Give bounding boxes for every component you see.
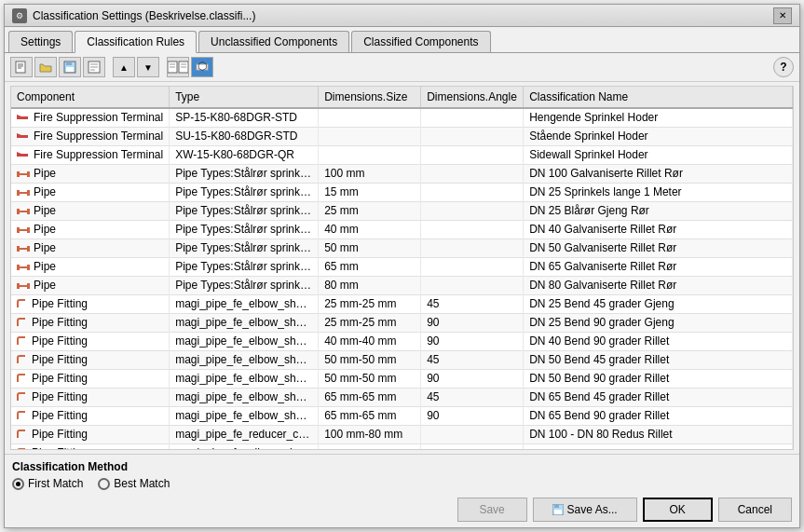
toolbar-btn-4[interactable] bbox=[83, 57, 105, 77]
cell-size: 65 mm-65 mm bbox=[319, 406, 421, 425]
cell-component: Pipe bbox=[11, 220, 170, 239]
cell-classname: DN 40 Bend 90 grader Rillet bbox=[524, 332, 793, 350]
cell-angle bbox=[421, 201, 524, 220]
row-icon bbox=[17, 373, 28, 386]
toolbar-btn-1[interactable] bbox=[10, 57, 33, 77]
col-header-type[interactable]: Type bbox=[170, 87, 319, 108]
cell-component: Pipe bbox=[11, 201, 170, 220]
svg-rect-6 bbox=[66, 67, 74, 72]
save-as-label: Save As... bbox=[567, 503, 618, 516]
svg-rect-38 bbox=[17, 246, 20, 252]
cell-size: 80 mm bbox=[319, 276, 421, 294]
cell-type: magi_pipe_fe_elbow_short... bbox=[170, 313, 319, 332]
row-icon bbox=[17, 261, 30, 274]
table-row[interactable]: Pipe Fitting magi_pipe_fe_elbow_short...… bbox=[11, 369, 793, 388]
table-row[interactable]: Pipe Pipe Types:Stålrør sprinkler 15 mm … bbox=[11, 183, 793, 201]
row-icon bbox=[17, 298, 28, 311]
toolbar-btn-3[interactable] bbox=[59, 57, 81, 77]
toolbar-btn-down[interactable]: ▼ bbox=[137, 57, 159, 77]
cell-classname: DN 65 Galvaniserte Rillet Rør bbox=[524, 257, 793, 276]
svg-rect-27 bbox=[27, 171, 30, 177]
tab-classification-rules[interactable]: Classification Rules bbox=[75, 31, 197, 53]
cell-type: magi_pipe_fe_elbow_short... bbox=[170, 388, 319, 406]
cell-type: Pipe Types:Stålrør sprinkler bbox=[170, 257, 319, 276]
table-row[interactable]: Pipe Fitting magi_pipe_fe_elbow_short...… bbox=[11, 350, 793, 369]
save-button[interactable]: Save bbox=[457, 498, 527, 522]
row-icon bbox=[17, 447, 28, 450]
title-bar-left: ⚙ Classification Settings (Beskrivelse.c… bbox=[12, 8, 255, 23]
save-as-button[interactable]: Save As... bbox=[533, 498, 637, 522]
cancel-button[interactable]: Cancel bbox=[718, 498, 792, 522]
table-row[interactable]: Pipe Fitting magi_pipe_fe_reducer_cen...… bbox=[11, 425, 793, 443]
cell-classname: DN 100 Galvaniserte Rillet Rør bbox=[524, 164, 793, 183]
svg-rect-44 bbox=[17, 283, 20, 289]
cell-size bbox=[319, 108, 421, 127]
cell-angle bbox=[421, 443, 524, 450]
cell-size: 25 mm-25 mm bbox=[319, 294, 421, 313]
toolbar-btn-5[interactable] bbox=[167, 57, 189, 77]
cell-component: Fire Suppression Terminal bbox=[11, 145, 170, 164]
cell-classname: DN 50 Bend 90 grader Rillet bbox=[524, 369, 793, 388]
cell-angle bbox=[421, 257, 524, 276]
cell-angle bbox=[421, 239, 524, 257]
table-row[interactable]: Pipe Fitting magi_pipe_fe_elbow_short...… bbox=[11, 388, 793, 406]
cell-component: Pipe bbox=[11, 183, 170, 201]
table-row[interactable]: Pipe Pipe Types:Stålrør sprinkler 50 mm … bbox=[11, 239, 793, 257]
table-row[interactable]: Fire Suppression Terminal SU-15-K80-68DG… bbox=[11, 127, 793, 145]
toolbar-btn-2[interactable] bbox=[34, 57, 57, 77]
cell-type: magi_pipe_fe_elbow_short... bbox=[170, 443, 319, 450]
radio-first-match-circle bbox=[12, 478, 24, 490]
data-table-container[interactable]: Component Type Dimensions.Size Dimension… bbox=[10, 86, 794, 450]
cell-component: Fire Suppression Terminal bbox=[11, 108, 170, 127]
ok-button[interactable]: OK bbox=[643, 498, 713, 522]
table-row[interactable]: Pipe Fitting magi_pipe_fe_elbow_short...… bbox=[11, 443, 793, 450]
table-row[interactable]: Pipe Pipe Types:Stålrør sprinkler 100 mm… bbox=[11, 164, 793, 183]
row-icon bbox=[17, 242, 30, 255]
cell-size: 65 mm-65 mm bbox=[319, 388, 421, 406]
row-icon bbox=[17, 168, 30, 181]
radio-best-match-circle bbox=[98, 478, 110, 490]
tab-unclassified-components[interactable]: Unclassified Components bbox=[198, 31, 349, 52]
tab-classified-components[interactable]: Classified Components bbox=[351, 31, 490, 52]
table-row[interactable]: Pipe Fitting magi_pipe_fe_elbow_short...… bbox=[11, 406, 793, 425]
row-icon bbox=[17, 186, 30, 199]
cell-component: Pipe Fitting bbox=[11, 406, 170, 425]
content-area: Component Type Dimensions.Size Dimension… bbox=[5, 82, 799, 527]
col-header-size[interactable]: Dimensions.Size bbox=[319, 87, 421, 108]
radio-first-match-label: First Match bbox=[28, 477, 83, 490]
cell-type: Pipe Types:Stålrør sprinkler bbox=[170, 276, 319, 294]
table-row[interactable]: Fire Suppression Terminal SP-15-K80-68DG… bbox=[11, 108, 793, 127]
svg-rect-29 bbox=[17, 190, 20, 196]
cell-size: 40 mm-40 mm bbox=[319, 332, 421, 350]
table-row[interactable]: Pipe Pipe Types:Stålrør sprinkler 40 mm … bbox=[11, 220, 793, 239]
table-row[interactable]: Pipe Pipe Types:Stålrør sprinkler 25 mm … bbox=[11, 201, 793, 220]
toolbar-btn-up[interactable]: ▲ bbox=[113, 57, 135, 77]
col-header-angle[interactable]: Dimensions.Angle bbox=[421, 87, 524, 108]
cell-classname: Hengende Sprinkel Hoder bbox=[524, 108, 793, 127]
cell-component: Pipe bbox=[11, 164, 170, 183]
help-button[interactable]: ? bbox=[773, 57, 794, 77]
cell-component: Pipe Fitting bbox=[11, 350, 170, 369]
cell-classname: DN 50 Galvaniserte Rillet Rør bbox=[524, 239, 793, 257]
col-header-component[interactable]: Component bbox=[11, 87, 170, 108]
svg-rect-41 bbox=[17, 265, 20, 270]
cell-classname: DN 25 Bend 45 grader Gjeng bbox=[524, 294, 793, 313]
toolbar-btn-6[interactable]: ⬡ bbox=[191, 57, 213, 77]
radio-best-match[interactable]: Best Match bbox=[98, 477, 170, 490]
table-row[interactable]: Pipe Fitting magi_pipe_fe_elbow_short...… bbox=[11, 313, 793, 332]
row-icon bbox=[17, 224, 30, 237]
cell-component: Pipe Fitting bbox=[11, 443, 170, 450]
tab-settings[interactable]: Settings bbox=[8, 31, 73, 52]
radio-first-match[interactable]: First Match bbox=[12, 477, 83, 490]
row-icon bbox=[17, 205, 30, 218]
table-row[interactable]: Pipe Fitting magi_pipe_fe_elbow_short...… bbox=[11, 332, 793, 350]
cell-size: 40 mm bbox=[319, 220, 421, 239]
table-row[interactable]: Fire Suppression Terminal XW-15-K80-68DG… bbox=[11, 145, 793, 164]
close-button[interactable]: ✕ bbox=[773, 7, 792, 24]
cell-classname: Stående Sprinkel Hoder bbox=[524, 127, 793, 145]
cell-angle: 45 bbox=[421, 294, 524, 313]
table-row[interactable]: Pipe Pipe Types:Stålrør sprinkler 65 mm … bbox=[11, 257, 793, 276]
col-header-classname[interactable]: Classification Name bbox=[524, 87, 793, 108]
table-row[interactable]: Pipe Fitting magi_pipe_fe_elbow_short...… bbox=[11, 294, 793, 313]
table-row[interactable]: Pipe Pipe Types:Stålrør sprinkler 80 mm … bbox=[11, 276, 793, 294]
